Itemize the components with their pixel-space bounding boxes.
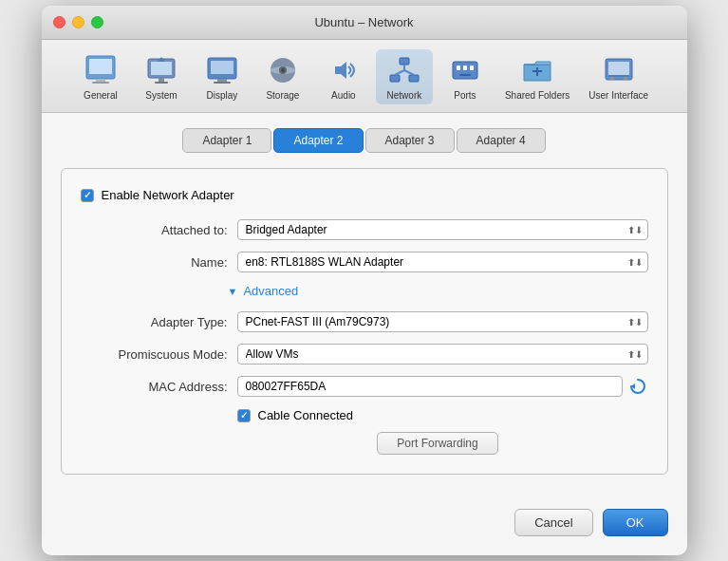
port-forwarding-button[interactable]: Port Forwarding	[377, 432, 497, 455]
minimize-button[interactable]	[72, 16, 84, 28]
toolbar-item-system[interactable]: System	[133, 49, 190, 104]
toolbar-item-display[interactable]: Display	[194, 49, 251, 104]
general-icon	[84, 53, 118, 87]
svg-rect-25	[457, 65, 460, 70]
svg-rect-12	[214, 82, 231, 84]
attached-to-row: Attached to: Bridged Adapter ⬆⬇	[81, 219, 648, 240]
enable-checkbox[interactable]	[81, 189, 94, 202]
promiscuous-row: Promiscuous Mode: Allow VMs ⬆⬇	[81, 344, 648, 365]
svg-rect-27	[470, 65, 474, 70]
attached-to-select[interactable]: Bridged Adapter	[237, 219, 648, 240]
toolbar-label-audio: Audio	[331, 90, 356, 101]
enable-row: Enable Network Adapter	[81, 188, 648, 202]
audio-icon	[327, 53, 361, 87]
svg-marker-17	[335, 62, 346, 79]
svg-point-16	[281, 68, 285, 72]
svg-rect-20	[409, 75, 419, 82]
name-label: Name:	[81, 255, 228, 270]
maximize-button[interactable]	[91, 16, 103, 28]
name-select[interactable]: en8: RTL8188S WLAN Adapter	[237, 252, 648, 272]
display-icon	[205, 53, 239, 87]
adapter-type-label: Adapter Type:	[81, 315, 228, 329]
close-button[interactable]	[53, 16, 65, 28]
shared-folders-icon	[520, 53, 554, 87]
storage-icon	[266, 53, 300, 87]
advanced-label: Advanced	[243, 284, 298, 298]
svg-line-22	[395, 70, 404, 75]
enable-label: Enable Network Adapter	[102, 188, 234, 202]
name-wrapper: en8: RTL8188S WLAN Adapter ⬆⬇	[237, 252, 648, 272]
svg-rect-28	[459, 74, 471, 76]
toolbar-item-user-interface[interactable]: User Interface	[581, 49, 656, 104]
toolbar-label-network: Network	[387, 90, 422, 101]
mac-input[interactable]	[237, 376, 623, 397]
footer: Cancel OK	[42, 494, 687, 555]
svg-rect-33	[608, 75, 629, 77]
tab-adapter-4[interactable]: Adapter 4	[457, 128, 546, 153]
svg-rect-10	[211, 61, 233, 74]
mac-input-wrapper	[237, 376, 648, 397]
port-forwarding-row: Port Forwarding	[228, 432, 648, 455]
adapter-type-wrapper: PCnet-FAST III (Am79C973) ⬆⬇	[237, 311, 648, 332]
traffic-lights	[53, 16, 103, 28]
svg-rect-1	[89, 59, 112, 74]
toolbar-item-audio[interactable]: Audio	[315, 49, 372, 104]
svg-rect-18	[400, 58, 409, 65]
promiscuous-select[interactable]: Allow VMs	[237, 344, 648, 365]
toolbar-item-storage[interactable]: Storage	[254, 49, 311, 104]
toolbar-label-ports: Ports	[454, 90, 476, 101]
svg-rect-11	[217, 79, 227, 82]
attached-to-wrapper: Bridged Adapter ⬆⬇	[237, 219, 648, 240]
tab-adapter-2[interactable]: Adapter 2	[273, 128, 363, 153]
tab-adapter-3[interactable]: Adapter 3	[365, 128, 455, 153]
cable-label: Cable Connected	[258, 408, 353, 422]
toolbar-item-general[interactable]: General	[72, 49, 129, 104]
svg-rect-5	[151, 62, 172, 75]
adapter-type-select[interactable]: PCnet-FAST III (Am79C973)	[237, 311, 648, 332]
advanced-triangle-icon: ▼	[228, 286, 238, 297]
main-window: Ubuntu – Network General	[42, 6, 687, 555]
toolbar: General System	[42, 40, 687, 113]
svg-rect-8	[155, 82, 168, 84]
tab-adapter-1[interactable]: Adapter 1	[182, 128, 271, 153]
toolbar-label-general: General	[84, 90, 118, 101]
svg-rect-32	[608, 62, 629, 75]
titlebar: Ubuntu – Network	[42, 6, 687, 40]
adapter-tabs: Adapter 1 Adapter 2 Adapter 3 Adapter 4	[61, 128, 668, 153]
svg-rect-34	[610, 77, 614, 80]
toolbar-label-storage: Storage	[266, 90, 299, 101]
toolbar-item-network[interactable]: Network	[376, 49, 433, 104]
toolbar-label-system: System	[145, 90, 177, 101]
mac-row: MAC Address:	[81, 376, 648, 397]
network-panel: Enable Network Adapter Attached to: Brid…	[61, 168, 668, 475]
ports-icon	[448, 53, 482, 87]
attached-to-label: Attached to:	[81, 223, 228, 237]
ok-button[interactable]: OK	[603, 509, 668, 536]
toolbar-label-user-interface: User Interface	[588, 90, 648, 101]
advanced-toggle[interactable]: ▼ Advanced	[228, 284, 648, 298]
svg-rect-3	[92, 82, 109, 84]
svg-rect-7	[159, 78, 164, 82]
promiscuous-label: Promiscuous Mode:	[81, 347, 228, 362]
svg-rect-26	[463, 65, 467, 70]
adapter-type-row: Adapter Type: PCnet-FAST III (Am79C973) …	[81, 311, 648, 332]
toolbar-item-ports[interactable]: Ports	[437, 49, 494, 104]
toolbar-label-shared-folders: Shared Folders	[505, 90, 569, 101]
svg-rect-2	[96, 79, 105, 82]
promiscuous-wrapper: Allow VMs ⬆⬇	[237, 344, 648, 365]
system-icon	[144, 53, 178, 87]
cable-row: Cable Connected	[237, 408, 648, 422]
user-interface-icon	[602, 53, 636, 87]
network-icon	[387, 53, 421, 87]
svg-rect-35	[624, 77, 627, 80]
name-row: Name: en8: RTL8188S WLAN Adapter ⬆⬇	[81, 252, 648, 272]
cancel-button[interactable]: Cancel	[514, 509, 592, 536]
content-area: Adapter 1 Adapter 2 Adapter 3 Adapter 4 …	[42, 113, 687, 494]
mac-label: MAC Address:	[81, 380, 228, 394]
toolbar-item-shared-folders[interactable]: Shared Folders	[497, 49, 577, 104]
toolbar-label-display: Display	[207, 90, 238, 101]
svg-rect-19	[390, 75, 400, 82]
mac-refresh-button[interactable]	[628, 376, 648, 397]
svg-line-23	[404, 70, 414, 75]
cable-checkbox[interactable]	[237, 409, 251, 422]
